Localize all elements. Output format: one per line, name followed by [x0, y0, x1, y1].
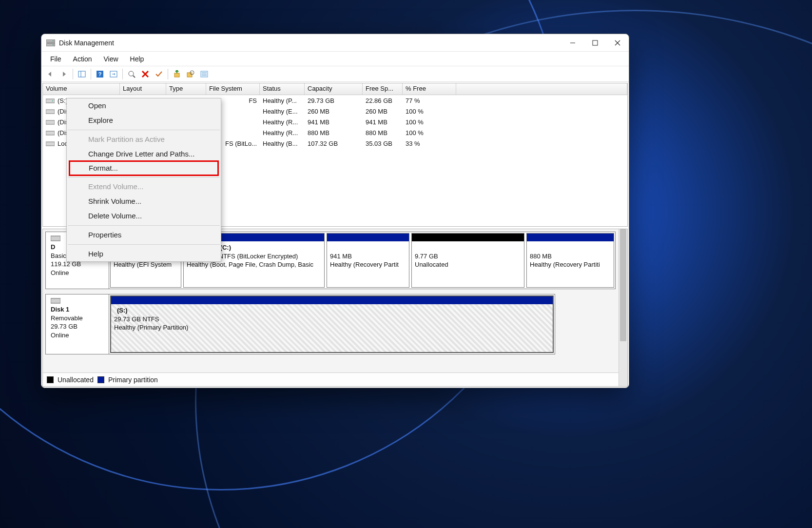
menu-action[interactable]: Action	[68, 53, 97, 65]
ctx-help[interactable]: Help	[67, 247, 221, 261]
svg-point-3	[53, 44, 54, 45]
ctx-open[interactable]: Open	[67, 98, 221, 113]
svg-rect-26	[46, 110, 55, 114]
help-icon[interactable]: ?	[94, 68, 106, 80]
back-icon[interactable]	[44, 68, 56, 80]
ctx-properties[interactable]: Properties	[67, 228, 221, 242]
svg-point-2	[53, 40, 54, 41]
svg-rect-30	[51, 236, 60, 241]
col-type[interactable]: Type	[166, 83, 206, 95]
ctx-format-highlight: Format...	[69, 160, 219, 176]
disk0-partition-unallocated[interactable]: 9.77 GB Unallocated	[411, 233, 524, 288]
ctx-change-letter[interactable]: Change Drive Letter and Paths...	[67, 147, 221, 161]
legend-unallocated-swatch	[47, 376, 54, 383]
disk1-info: Disk 1 Removable 29.73 GB Online	[46, 294, 109, 354]
show-hide-tree-icon[interactable]	[76, 68, 88, 80]
svg-point-25	[52, 100, 53, 101]
svg-rect-0	[46, 39, 55, 42]
menubar: File Action View Help	[41, 52, 629, 66]
volume-list-header: Volume Layout Type File System Status Ca…	[43, 83, 627, 95]
check-icon[interactable]	[153, 68, 165, 80]
scroll-thumb[interactable]	[620, 229, 626, 341]
menu-file[interactable]: File	[45, 53, 66, 65]
svg-rect-17	[174, 73, 179, 77]
menu-help[interactable]: Help	[125, 53, 149, 65]
maximize-button[interactable]	[584, 34, 606, 52]
legend-primary-swatch	[97, 376, 104, 383]
svg-rect-31	[51, 298, 60, 303]
svg-rect-1	[46, 43, 55, 46]
close-button[interactable]	[606, 34, 629, 52]
minimize-button[interactable]	[561, 34, 584, 52]
svg-rect-29	[46, 142, 55, 146]
svg-rect-27	[46, 120, 55, 124]
col-freespace[interactable]: Free Sp...	[363, 83, 403, 95]
toolbar: ?	[41, 66, 629, 82]
disk0-partition-recovery1[interactable]: 941 MB Healthy (Recovery Partit	[327, 233, 409, 288]
forward-icon[interactable]	[58, 68, 70, 80]
ctx-format[interactable]: Format...	[89, 163, 212, 174]
refresh-icon[interactable]	[108, 68, 119, 80]
col-status[interactable]: Status	[260, 83, 305, 95]
disk1-partition-s[interactable]: (S:) 29.73 GB NTFS Healthy (Primary Part…	[110, 295, 554, 353]
svg-point-13	[129, 71, 134, 76]
ctx-shrink[interactable]: Shrink Volume...	[67, 194, 221, 209]
col-volume[interactable]: Volume	[43, 83, 120, 95]
disk0-partition-recovery2[interactable]: 880 MB Healthy (Recovery Partiti	[526, 233, 614, 288]
legend-unallocated-label: Unallocated	[58, 376, 94, 384]
window-title: Disk Management	[59, 39, 114, 47]
disk-management-window: Disk Management File Action View Help ?	[41, 34, 629, 388]
action2-icon[interactable]	[185, 68, 196, 80]
titlebar[interactable]: Disk Management	[41, 34, 629, 52]
svg-line-14	[133, 76, 135, 78]
action-icon[interactable]	[171, 68, 183, 80]
legend: Unallocated Primary partition	[43, 372, 627, 386]
ctx-explore[interactable]: Explore	[67, 113, 221, 128]
delete-icon[interactable]	[139, 68, 151, 80]
col-layout[interactable]: Layout	[120, 83, 166, 95]
svg-rect-18	[187, 73, 192, 77]
svg-rect-28	[46, 131, 55, 135]
app-icon	[46, 39, 55, 46]
menu-view[interactable]: View	[98, 53, 123, 65]
col-pctfree[interactable]: % Free	[403, 83, 456, 95]
settings-icon[interactable]	[126, 68, 137, 80]
disk-row-1[interactable]: Disk 1 Removable 29.73 GB Online (S:) 29…	[45, 294, 555, 354]
legend-primary-label: Primary partition	[108, 376, 158, 384]
ctx-delete[interactable]: Delete Volume...	[67, 209, 221, 223]
ctx-extend: Extend Volume...	[67, 179, 221, 194]
col-filesystem[interactable]: File System	[206, 83, 260, 95]
vertical-scrollbar[interactable]	[619, 229, 627, 386]
svg-rect-24	[46, 99, 55, 103]
svg-rect-5	[593, 40, 598, 45]
svg-text:?: ?	[98, 71, 102, 77]
svg-rect-8	[78, 71, 85, 77]
ctx-mark-active: Mark Partition as Active	[67, 132, 221, 147]
list-icon[interactable]	[198, 68, 210, 80]
col-capacity[interactable]: Capacity	[305, 83, 363, 95]
context-menu: Open Explore Mark Partition as Active Ch…	[66, 98, 221, 262]
